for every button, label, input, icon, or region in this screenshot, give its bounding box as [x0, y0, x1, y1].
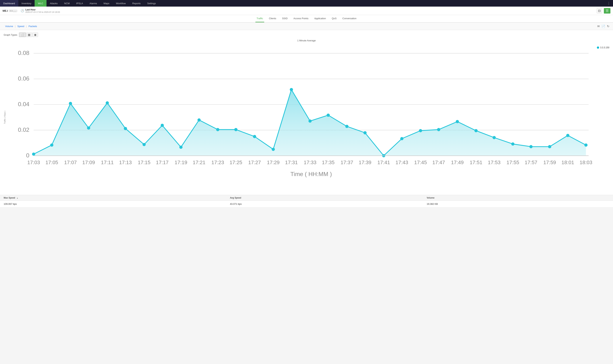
export-pdf-icon[interactable]: 📄 [601, 25, 605, 28]
nav-inventory[interactable]: Inventory [18, 0, 35, 7]
refresh-icon[interactable]: ↻ [607, 25, 609, 28]
svg-text:17:05: 17:05 [45, 160, 58, 165]
nav-settings[interactable]: Settings [144, 0, 159, 7]
svg-text:17:53: 17:53 [488, 160, 500, 165]
legend-item: 3.3.3.150 [597, 46, 609, 49]
stats-table: Max Speed ▲ Avg Speed Volume 109.067 bps… [0, 195, 613, 207]
svg-marker-10 [34, 90, 586, 156]
svg-text:17:21: 17:21 [193, 160, 205, 165]
svg-point-17 [142, 143, 146, 146]
last-hour-label: Last Hour [25, 8, 60, 11]
metric-switcher: Volume | Speed | Packets ✉ 📄 ↻ [0, 23, 613, 30]
speed-button[interactable]: Speed [16, 25, 26, 28]
svg-text:17:07: 17:07 [64, 160, 77, 165]
tab-access-points[interactable]: Access Points [293, 15, 310, 22]
svg-point-24 [272, 148, 275, 151]
svg-point-29 [363, 131, 367, 134]
tab-traffic[interactable]: Traffic [255, 15, 264, 22]
nav-attacks[interactable]: Attacks [47, 0, 61, 7]
device-header: ME.I 3.3.___ 🕐 Last Hour 2020-07-24 17:0… [0, 7, 613, 15]
separator-1: | [15, 25, 15, 28]
device-name: ME.I [2, 9, 8, 12]
svg-text:0.02: 0.02 [18, 127, 29, 133]
svg-text:17:19: 17:19 [175, 160, 187, 165]
svg-text:0: 0 [26, 152, 29, 159]
menu-button[interactable]: ☰ [604, 8, 611, 13]
svg-text:18:01: 18:01 [561, 160, 574, 165]
svg-point-39 [548, 145, 551, 148]
nav-workflow[interactable]: Workflow [113, 0, 129, 7]
svg-text:17:11: 17:11 [101, 160, 114, 165]
tab-application[interactable]: Application [313, 15, 327, 22]
col-volume[interactable]: Volume [423, 195, 613, 201]
svg-point-19 [179, 145, 182, 149]
graph-types-label: Graph Types [4, 34, 17, 36]
svg-text:17:55: 17:55 [506, 160, 519, 165]
svg-point-22 [234, 128, 238, 131]
tab-clients[interactable]: Clients [268, 15, 277, 22]
clock-icon: 🕐 [21, 9, 24, 13]
chart-svg-container: 0.08 0.06 0.04 0.02 0 [7, 43, 594, 192]
top-nav: Dashboard Inventory WLC Attacks NCM IPSL… [0, 0, 613, 7]
volume-button[interactable]: Volume [4, 25, 14, 28]
svg-text:17:37: 17:37 [341, 160, 353, 165]
nav-alarms[interactable]: Alarms [86, 0, 100, 7]
col-max-speed[interactable]: Max Speed ▲ [0, 195, 226, 201]
nav-ipsla[interactable]: IPSLA [73, 0, 86, 7]
nav-reports[interactable]: Reports [129, 0, 144, 7]
svg-point-16 [124, 127, 127, 130]
svg-point-23 [253, 135, 256, 138]
metric-actions: ✉ 📄 ↻ [597, 25, 609, 28]
svg-point-13 [69, 102, 72, 105]
svg-text:17:57: 17:57 [525, 160, 537, 165]
tab-ssid[interactable]: SSID [281, 15, 289, 22]
svg-text:17:41: 17:41 [377, 160, 390, 165]
graph-type-area-button[interactable]: ⬜ [19, 33, 26, 37]
tab-qos[interactable]: QoS [331, 15, 338, 22]
graph-type-pie-button[interactable]: ◉ [32, 33, 38, 37]
save-view-button[interactable]: ⊟ [597, 8, 602, 13]
svg-text:0.06: 0.06 [18, 75, 29, 82]
nav-wlc[interactable]: WLC [35, 0, 47, 7]
nav-ncm[interactable]: NCM [61, 0, 73, 7]
tab-conversation[interactable]: Conversation [341, 15, 358, 22]
svg-text:17:35: 17:35 [322, 160, 334, 165]
nav-more-button[interactable]: ⋮ [605, 0, 613, 7]
svg-text:17:27: 17:27 [248, 160, 261, 165]
svg-text:17:59: 17:59 [543, 160, 556, 165]
device-header-actions: ⊟ ☰ [597, 8, 611, 13]
svg-point-14 [87, 127, 90, 130]
svg-text:17:45: 17:45 [414, 160, 427, 165]
time-range-text: 2020-07-24 17:03 to 2020-07-24 18:03 [25, 11, 60, 13]
svg-text:17:15: 17:15 [138, 160, 150, 165]
svg-point-12 [50, 143, 53, 147]
sub-tabs: Traffic Clients SSID Access Points Appli… [0, 15, 613, 23]
nav-maps[interactable]: Maps [100, 0, 113, 7]
svg-point-40 [566, 134, 569, 137]
svg-text:17:51: 17:51 [470, 160, 482, 165]
col-avg-speed[interactable]: Avg Speed [226, 195, 423, 201]
svg-text:17:13: 17:13 [119, 160, 132, 165]
packets-button[interactable]: Packets [27, 25, 39, 28]
legend-label: 3.3.3.150 [600, 46, 609, 49]
svg-point-28 [345, 125, 348, 128]
sort-icon: ▲ [16, 197, 18, 199]
svg-point-27 [327, 114, 330, 117]
y-axis-label: Traffic ( Kbps ) [4, 43, 6, 192]
nav-dashboard[interactable]: Dashboard [0, 0, 18, 7]
svg-point-37 [511, 142, 514, 145]
cell-avg-speed: 43.071 bps [226, 201, 423, 207]
svg-text:17:39: 17:39 [359, 160, 371, 165]
svg-point-32 [419, 129, 422, 132]
graph-type-bar-button[interactable]: ▦ [26, 33, 32, 37]
svg-text:0.08: 0.08 [18, 50, 29, 56]
main-content: Volume | Speed | Packets ✉ 📄 ↻ Graph Typ… [0, 23, 613, 207]
email-icon[interactable]: ✉ [597, 25, 600, 28]
table-header-row: Max Speed ▲ Avg Speed Volume [0, 195, 613, 201]
svg-text:17:29: 17:29 [267, 160, 280, 165]
svg-text:Time ( HH:MM ): Time ( HH:MM ) [290, 171, 332, 177]
graph-types-area: Graph Types ⬜ ▦ ◉ [0, 30, 613, 38]
legend-dot [597, 47, 599, 49]
svg-point-33 [437, 128, 440, 131]
svg-text:0.04: 0.04 [18, 101, 29, 107]
